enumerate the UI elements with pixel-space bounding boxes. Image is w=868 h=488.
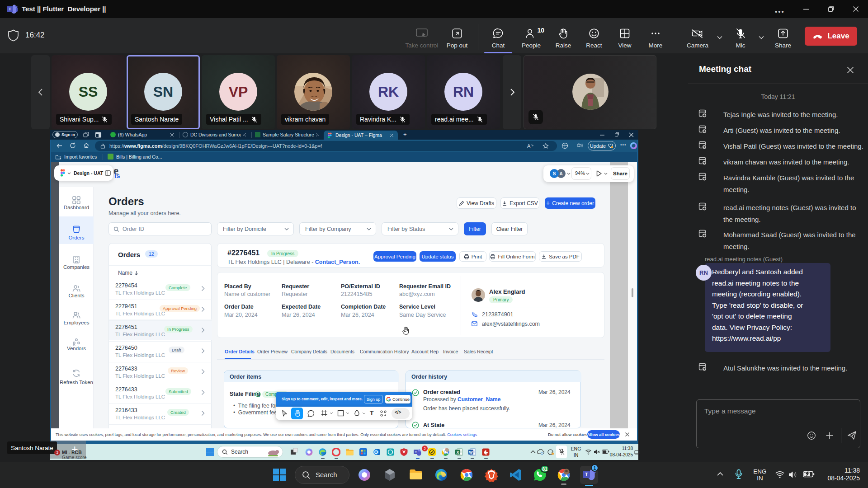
- svg-text:T: T: [9, 6, 11, 11]
- svg-text:W: W: [469, 450, 473, 455]
- svg-text:T: T: [415, 450, 417, 454]
- svg-text:T: T: [585, 472, 588, 477]
- svg-text:A: A: [527, 143, 531, 149]
- svg-text:X: X: [457, 450, 459, 455]
